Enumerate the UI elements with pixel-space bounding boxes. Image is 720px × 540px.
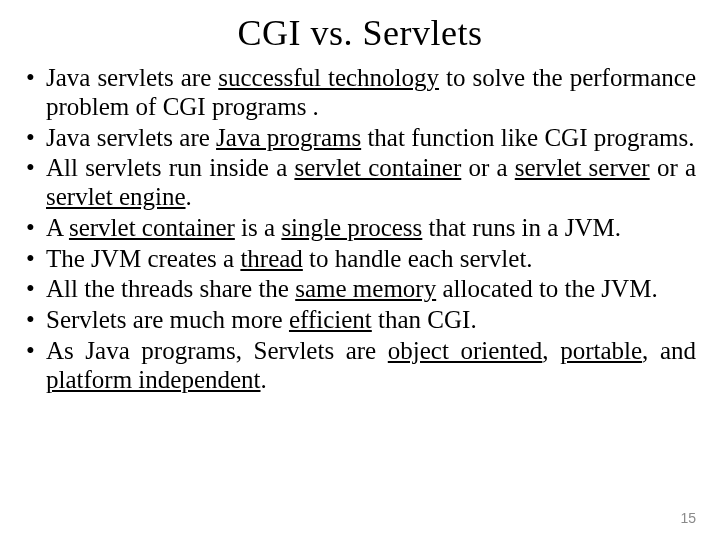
text-run: that function like CGI programs. — [361, 124, 694, 151]
text-run: to handle each servlet. — [303, 245, 533, 272]
text-run: than CGI. — [372, 306, 477, 333]
underlined-text: servlet container — [69, 214, 235, 241]
text-run: or a — [461, 154, 515, 181]
underlined-text: efficient — [289, 306, 372, 333]
list-item: As Java programs, Servlets are object or… — [24, 337, 696, 395]
list-item: Java servlets are Java programs that fun… — [24, 124, 696, 153]
list-item: Java servlets are successful technology … — [24, 64, 696, 122]
slide: CGI vs. Servlets Java servlets are succe… — [0, 0, 720, 540]
text-run: All the threads share the — [46, 275, 295, 302]
text-run: , and — [642, 337, 696, 364]
underlined-text: thread — [240, 245, 302, 272]
text-run: . — [261, 366, 267, 393]
text-run: All servlets run inside a — [46, 154, 294, 181]
list-item: All servlets run inside a servlet contai… — [24, 154, 696, 212]
text-run: that runs in a JVM. — [422, 214, 621, 241]
list-item: All the threads share the same memory al… — [24, 275, 696, 304]
text-run: A — [46, 214, 69, 241]
underlined-text: servlet engine — [46, 183, 186, 210]
page-number: 15 — [680, 510, 696, 526]
underlined-text: portable — [560, 337, 642, 364]
text-run: Java servlets are — [46, 124, 216, 151]
bullet-list: Java servlets are successful technology … — [24, 64, 696, 394]
underlined-text: object oriented — [388, 337, 543, 364]
text-run: allocated to the JVM. — [436, 275, 657, 302]
underlined-text: servlet server — [515, 154, 650, 181]
list-item: A servlet container is a single process … — [24, 214, 696, 243]
list-item: Servlets are much more efficient than CG… — [24, 306, 696, 335]
text-run: Java servlets are — [46, 64, 218, 91]
text-run: Servlets are much more — [46, 306, 289, 333]
text-run: or a — [650, 154, 696, 181]
slide-title: CGI vs. Servlets — [24, 12, 696, 54]
underlined-text: servlet container — [294, 154, 461, 181]
underlined-text: Java programs — [216, 124, 361, 151]
text-run: , — [542, 337, 560, 364]
list-item: The JVM creates a thread to handle each … — [24, 245, 696, 274]
underlined-text: same memory — [295, 275, 436, 302]
text-run: The JVM creates a — [46, 245, 240, 272]
text-run: As Java programs, Servlets are — [46, 337, 388, 364]
text-run: . — [186, 183, 192, 210]
underlined-text: single process — [281, 214, 422, 241]
text-run: is a — [235, 214, 282, 241]
underlined-text: successful technology — [218, 64, 439, 91]
underlined-text: platform independent — [46, 366, 261, 393]
